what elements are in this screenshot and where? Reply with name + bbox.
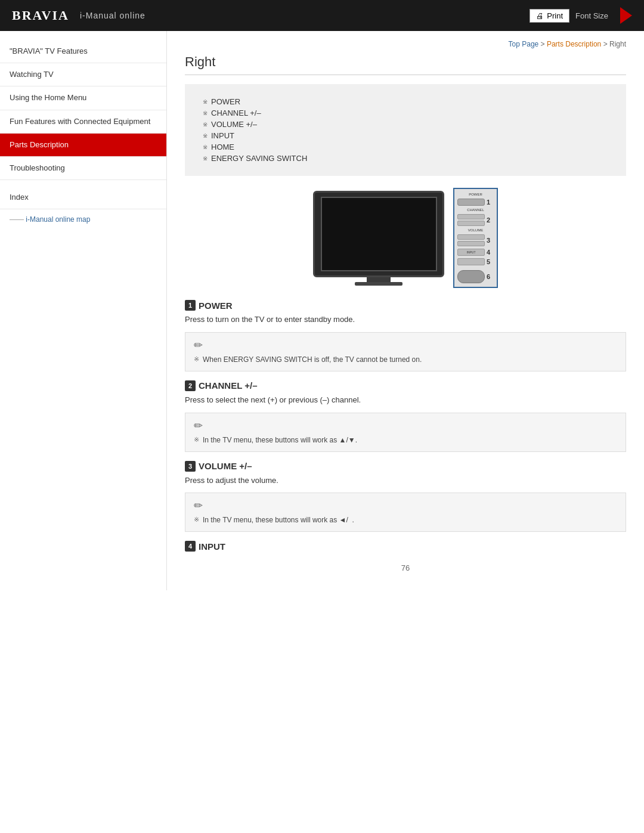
header-subtitle: i-Manual online: [80, 11, 145, 20]
feature-marker: ※: [203, 155, 208, 162]
section-power-text: Press to turn on the TV or to enter stan…: [185, 314, 626, 326]
section-volume-heading: 3 VOLUME +/–: [185, 461, 626, 472]
section-channel-label: CHANNEL +/–: [199, 380, 258, 391]
panel-num-1: 1: [487, 199, 494, 206]
breadcrumb-parts-description[interactable]: Parts Description: [547, 40, 601, 48]
note-content-channel: In the TV menu, these buttons will work …: [203, 435, 357, 445]
panel-num-3: 3: [487, 237, 494, 244]
panel-row-3: 3: [457, 234, 494, 246]
section-num-2: 2: [185, 380, 196, 391]
content-area: Top Page > Parts Description > Right Rig…: [167, 31, 644, 590]
list-item: ※ HOME: [203, 141, 608, 153]
note-text-volume: ※ In the TV menu, these buttons will wor…: [194, 515, 617, 525]
button-panel: POWER 1 CHANNEL 2 VOLUME: [453, 188, 498, 288]
page-title: Right: [185, 54, 626, 75]
panel-power-btn: [457, 199, 485, 206]
print-button[interactable]: 🖨 Print: [530, 9, 569, 23]
panel-volume-minus: [457, 241, 485, 246]
section-power-heading: 1 POWER: [185, 300, 626, 311]
panel-num-4: 4: [487, 249, 494, 256]
panel-volume-btns: [457, 234, 485, 246]
breadcrumb-separator-1: >: [541, 40, 547, 48]
feature-marker: ※: [203, 110, 208, 116]
header-left: BRAVIA i-Manual online: [12, 8, 145, 23]
panel-input-btn: INPUT: [457, 249, 485, 256]
section-power-label: POWER: [199, 301, 233, 311]
panel-volume-label: VOLUME: [457, 228, 494, 232]
tv-screen: [321, 197, 437, 271]
section-volume-text: Press to adjust the volume.: [185, 475, 626, 487]
page-number: 76: [185, 563, 626, 572]
header-right: 🖨 Print Font Size: [530, 7, 632, 24]
tv-image-container: [313, 191, 444, 286]
breadcrumb-current: Right: [609, 40, 626, 48]
panel-row-6: 6: [457, 270, 494, 283]
sidebar-item-troubleshooting[interactable]: Troubleshooting: [0, 157, 166, 180]
panel-channel-label: CHANNEL: [457, 208, 494, 212]
note-content-power: When ENERGY SAVING SWITCH is off, the TV…: [203, 354, 422, 365]
section-num-1: 1: [185, 300, 196, 311]
feature-marker: ※: [203, 132, 208, 139]
panel-row-4: INPUT 4: [457, 249, 494, 256]
note-marker-power: ※: [194, 354, 199, 365]
imanual-map-link[interactable]: i-Manual online map: [26, 215, 90, 224]
note-box-power: ✏ ※ When ENERGY SAVING SWITCH is off, th…: [185, 332, 626, 371]
section-volume-label: VOLUME +/–: [199, 461, 252, 471]
sidebar-item-bravia-tv-features[interactable]: "BRAVIA" TV Features: [0, 40, 166, 63]
panel-energy-switch: [457, 270, 485, 283]
note-icon-channel: ✏: [194, 419, 617, 432]
feature-marker: ※: [203, 98, 208, 105]
map-link-prefix: ——: [10, 215, 24, 224]
section-num-3: 3: [185, 461, 196, 472]
section-channel-text: Press to select the next (+) or previous…: [185, 394, 626, 407]
feature-list-box: ※ POWER ※ CHANNEL +/– ※ VOLUME +/– ※ INP…: [185, 84, 626, 176]
panel-num-5: 5: [487, 258, 494, 265]
sidebar: "BRAVIA" TV Features Watching TV Using t…: [0, 31, 167, 590]
tv-diagram: POWER 1 CHANNEL 2 VOLUME: [185, 188, 626, 288]
panel-num-2: 2: [487, 216, 494, 224]
section-input-label: INPUT: [199, 541, 225, 552]
main-layout: "BRAVIA" TV Features Watching TV Using t…: [0, 31, 644, 590]
list-item: ※ INPUT: [203, 130, 608, 141]
sidebar-item-using-home-menu[interactable]: Using the Home Menu: [0, 86, 166, 110]
note-icon-volume: ✏: [194, 499, 617, 512]
panel-input-text: INPUT: [467, 250, 476, 254]
feature-marker: ※: [203, 144, 208, 150]
sidebar-item-watching-tv[interactable]: Watching TV: [0, 63, 166, 86]
note-text-power: ※ When ENERGY SAVING SWITCH is off, the …: [194, 354, 617, 365]
feature-list: ※ POWER ※ CHANNEL +/– ※ VOLUME +/– ※ INP…: [203, 96, 608, 164]
note-marker-volume: ※: [194, 515, 199, 525]
font-size-label: Font Size: [575, 11, 608, 20]
panel-row-2: 2: [457, 214, 494, 226]
print-label: Print: [547, 11, 563, 20]
bravia-logo: BRAVIA: [12, 8, 69, 23]
feature-marker: ※: [203, 121, 208, 128]
breadcrumb: Top Page > Parts Description > Right: [185, 37, 626, 48]
sidebar-item-index[interactable]: Index: [0, 186, 166, 209]
sidebar-item-fun-features[interactable]: Fun Features with Connected Equipment: [0, 110, 166, 134]
section-channel-heading: 2 CHANNEL +/–: [185, 380, 626, 391]
note-icon-power: ✏: [194, 339, 617, 352]
panel-row-1: 1: [457, 199, 494, 206]
panel-num-6: 6: [487, 273, 494, 280]
next-arrow-icon[interactable]: [620, 7, 632, 24]
list-item: ※ ENERGY SAVING SWITCH: [203, 153, 608, 164]
panel-home-btn: [457, 258, 485, 265]
panel-volume-plus: [457, 234, 485, 240]
panel-channel-plus: [457, 214, 485, 219]
list-item: ※ CHANNEL +/–: [203, 107, 608, 119]
note-text-channel: ※ In the TV menu, these buttons will wor…: [194, 435, 617, 445]
tv-base: [355, 282, 402, 286]
sidebar-map-link: —— i-Manual online map: [0, 209, 166, 230]
note-marker-channel: ※: [194, 435, 199, 445]
panel-power-label: POWER: [457, 193, 494, 196]
breadcrumb-separator-2: >: [603, 40, 609, 48]
list-item: ※ VOLUME +/–: [203, 119, 608, 130]
note-box-channel: ✏ ※ In the TV menu, these buttons will w…: [185, 413, 626, 452]
print-icon: 🖨: [536, 11, 544, 20]
sidebar-item-parts-description[interactable]: Parts Description: [0, 134, 166, 157]
note-content-volume: In the TV menu, these buttons will work …: [203, 515, 354, 525]
panel-row-5: 5: [457, 258, 494, 265]
breadcrumb-top-page[interactable]: Top Page: [509, 40, 539, 48]
panel-channel-btns: [457, 214, 485, 226]
